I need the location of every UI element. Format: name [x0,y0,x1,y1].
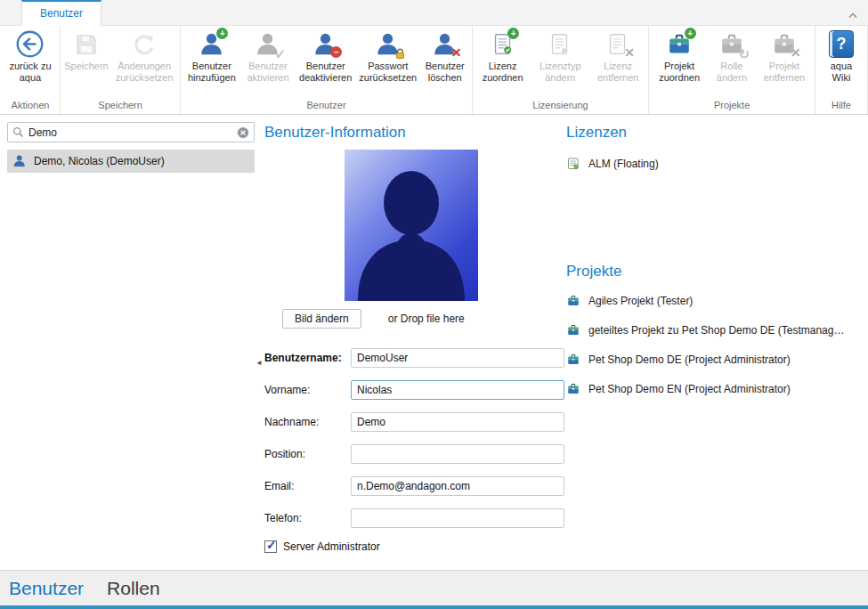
briefcase-icon [566,323,580,337]
user-list-item-label: Demo, Nicolas (DemoUser) [34,155,165,167]
plus-badge-icon: + [685,28,696,39]
profile-image[interactable] [345,150,478,301]
button-label: aqua Wiki [821,61,862,83]
field-label-benutzername: Benutzername: [264,352,351,364]
search-icon [12,126,24,138]
user-icon [12,154,27,168]
wiki-icon [827,29,856,59]
ribbon-group-lizensierung: + Lizenz zuordnen Lizenztyp ändern ✕ Liz… [473,26,649,114]
user-info-title: Benutzer-Information [264,124,564,142]
ribbon-tabstrip: Benutzer [0,0,868,26]
briefcase-icon [566,382,580,396]
button-label: Benutzer aktivieren [244,61,291,83]
projects-list: Agiles Projekt (Tester) geteiltes Projek… [566,291,865,399]
delete-user-button[interactable]: ✕ Benutzer löschen [420,27,470,83]
role-change-icon: ↻ [717,29,746,59]
button-label: Speichern [64,61,109,72]
field-label-email: Email: [264,480,351,492]
briefcase-icon [566,294,580,308]
x-badge-icon: ✕ [624,47,636,59]
reset-changes-button[interactable]: Änderungen zurücksetzen [110,27,178,83]
project-item[interactable]: Agiles Projekt (Tester) [566,291,865,311]
licenses-projects-panel: Lizenzen ALM (Floating) Projekte Agiles … [566,124,865,409]
refresh-badge-icon: ↻ [738,48,750,60]
bottom-tab-benutzer[interactable]: Benutzer [9,578,84,599]
assign-license-button[interactable]: + Lizenz zuordnen [475,27,531,83]
button-label: Passwort zurücksetzen [359,61,417,83]
position-field[interactable] [351,444,564,464]
drop-file-hint: or Drop file here [388,313,465,325]
license-item-label: ALM (Floating) [588,158,659,170]
activate-user-button[interactable]: ✓ Benutzer aktivieren [240,27,295,83]
app-window: Benutzer zurück zu aqua Aktionen [0,0,868,609]
nachname-field[interactable] [351,412,564,432]
add-user-button[interactable]: + Benutzer hinzufügen [183,27,240,83]
project-item[interactable]: Pet Shop Demo DE (Project Administrator) [566,350,865,369]
check-badge-icon: ✓ [274,48,286,60]
ribbon-group-hilfe: aqua Wiki Hilfe [815,26,868,114]
user-delete-icon: ✕ [430,29,459,59]
button-label: Projekt zuordnen [654,61,704,83]
email-field[interactable] [351,476,564,496]
user-list-item[interactable]: Demo, Nicolas (DemoUser) [7,150,255,173]
deactivate-user-button[interactable]: – Benutzer deaktivieren [296,27,356,83]
project-item-label: Agiles Projekt (Tester) [588,295,693,307]
benutzername-field[interactable] [351,348,564,368]
vorname-field[interactable] [351,380,564,400]
group-label-speichern: Speichern [62,98,178,114]
change-role-button[interactable]: ↻ Rolle ändern [708,27,756,83]
person-silhouette-icon [345,150,478,301]
collapse-panel-arrow[interactable]: ◄ [256,359,263,367]
clear-search-icon[interactable] [237,126,249,139]
telefon-field[interactable] [351,508,564,528]
back-to-aqua-button[interactable]: zurück zu aqua [3,27,58,83]
ribbon-group-projekte: + Projekt zuordnen ↻ Rolle ändern ✕ [649,26,815,114]
group-label-lizensierung: Lizensierung [475,98,646,114]
license-item[interactable]: ALM (Floating) [566,154,865,174]
field-label-vorname: Vorname: [264,384,351,396]
group-label-hilfe: Hilfe [817,98,865,114]
button-label: Benutzer deaktivieren [299,61,353,83]
collapse-ribbon-icon[interactable] [848,6,862,20]
save-button[interactable]: Speichern [62,27,110,72]
group-label-benutzer: Benutzer [183,98,469,114]
user-info-panel: ◄ Benutzer-Information Bild ändern or Dr… [264,124,564,553]
briefcase-icon [566,353,580,367]
project-add-icon: + [665,29,694,59]
ribbon-group-aktionen: zurück zu aqua Aktionen [1,26,61,114]
minus-badge-icon: – [330,46,342,58]
change-image-button[interactable]: Bild ändern [282,309,361,329]
user-search-input[interactable] [28,126,232,139]
field-label-telefon: Telefon: [264,512,351,524]
save-icon [71,29,101,59]
licenses-title: Lizenzen [566,124,865,142]
user-search-box [7,122,255,142]
plus-badge-icon: + [507,28,519,39]
field-label-position: Position: [264,448,351,460]
user-add-icon: + [197,29,226,59]
plus-badge-icon: + [216,28,228,39]
change-license-type-button[interactable]: Lizenztyp ändern [531,27,589,83]
group-label-projekte: Projekte [651,98,813,114]
remove-license-button[interactable]: ✕ Lizenz entfernen [589,27,646,83]
project-item[interactable]: Pet Shop Demo EN (Project Administrator) [566,379,865,399]
assign-project-button[interactable]: + Projekt zuordnen [651,27,708,83]
project-item[interactable]: geteiltes Projekt zu Pet Shop Demo DE (T… [566,321,865,340]
ribbon-group-benutzer: + Benutzer hinzufügen ✓ Benutzer aktivie… [181,26,472,114]
bottom-tab-rollen[interactable]: Rollen [107,578,160,599]
reset-password-button[interactable]: Passwort zurücksetzen [356,27,420,83]
project-item-label: Pet Shop Demo DE (Project Administrator) [588,353,791,366]
undo-icon [130,29,159,59]
button-label: Rolle ändern [711,61,752,83]
ribbon: zurück zu aqua Aktionen Speichern Änderu… [0,26,868,115]
button-label: Benutzer löschen [424,61,466,83]
button-label: Änderungen zurücksetzen [114,61,174,83]
remove-project-button[interactable]: ✕ Projekt entfernen [756,27,813,83]
aqua-wiki-button[interactable]: aqua Wiki [817,27,865,83]
back-icon [15,29,45,59]
lock-badge-icon [394,48,406,60]
server-admin-checkbox[interactable] [264,540,277,553]
tab-benutzer[interactable]: Benutzer [21,0,101,26]
button-label: Lizenz zuordnen [478,61,528,83]
main-content: Demo, Nicolas (DemoUser) ◄ Benutzer-Info… [0,115,868,570]
